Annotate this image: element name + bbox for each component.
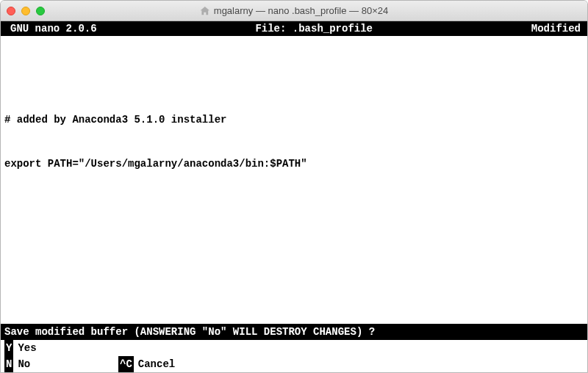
shortcut-label-cancel: Cancel <box>134 356 175 372</box>
nano-file-label: File: .bash_profile <box>97 21 531 36</box>
window-title-text: mgalarny — nano .bash_profile — 80×24 <box>214 5 388 16</box>
nano-shortcuts: Y Yes N No ^C Cancel <box>1 340 587 372</box>
shortcut-yes[interactable]: Y Yes <box>4 340 118 356</box>
nano-prompt[interactable]: Save modified buffer (ANSWERING "No" WIL… <box>1 324 587 340</box>
window-titlebar: mgalarny — nano .bash_profile — 80×24 <box>1 1 587 21</box>
traffic-lights <box>7 7 45 15</box>
shortcut-key-cancel: ^C <box>118 356 134 372</box>
home-icon <box>200 6 210 16</box>
nano-version: GNU nano 2.0.6 <box>4 21 97 36</box>
close-button[interactable] <box>7 7 15 15</box>
shortcut-cancel[interactable]: ^C Cancel <box>118 356 232 372</box>
editor-line: # added by Anaconda3 5.1.0 installer <box>4 112 584 127</box>
shortcut-label-yes: Yes <box>13 340 36 356</box>
terminal-area[interactable]: GNU nano 2.0.6 File: .bash_profile Modif… <box>1 21 587 372</box>
editor-line: export PATH="/Users/mgalarny/anaconda3/b… <box>4 156 584 171</box>
window-title: mgalarny — nano .bash_profile — 80×24 <box>200 5 388 16</box>
blank-line <box>4 68 584 83</box>
minimize-button[interactable] <box>21 7 30 15</box>
shortcut-label-no: No <box>13 356 30 372</box>
editor-body[interactable]: # added by Anaconda3 5.1.0 installer exp… <box>1 36 587 200</box>
shortcut-no[interactable]: N No <box>4 356 118 372</box>
nano-header: GNU nano 2.0.6 File: .bash_profile Modif… <box>1 21 587 36</box>
shortcut-key-yes: Y <box>4 340 13 356</box>
maximize-button[interactable] <box>36 7 45 15</box>
shortcut-key-no: N <box>4 356 13 372</box>
nano-status: Modified <box>531 21 584 36</box>
